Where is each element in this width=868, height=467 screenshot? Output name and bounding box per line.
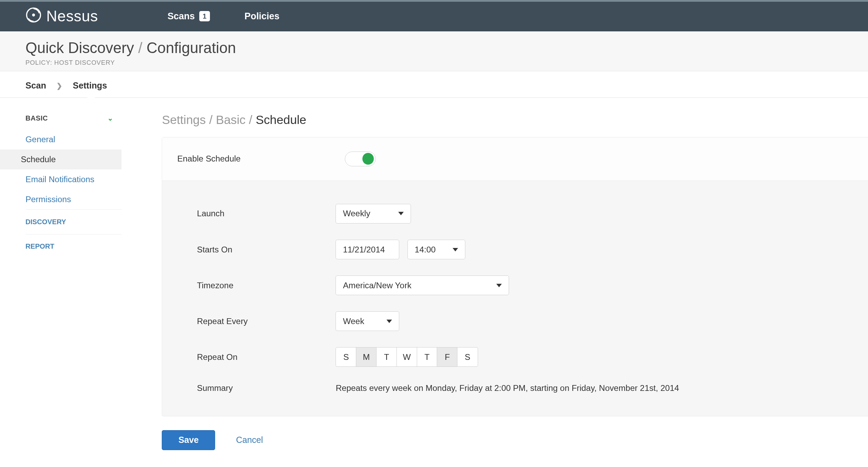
sidebar-group-report[interactable]: REPORT	[25, 234, 121, 259]
starts-on-label: Starts On	[197, 245, 336, 255]
page-title-scan: Quick Discovery	[25, 39, 134, 56]
panel-top: Enable Schedule	[162, 137, 868, 180]
tabs-row: Scan ❯ Settings	[0, 71, 868, 98]
brand-icon	[25, 7, 42, 25]
launch-value: Weekly	[343, 209, 370, 218]
nav-policies[interactable]: Policies	[244, 11, 279, 22]
repeat-every-label: Repeat Every	[197, 316, 336, 326]
dropdown-arrow-icon	[387, 320, 392, 323]
day-thu[interactable]: T	[417, 347, 437, 367]
chevron-down-icon: ⌄	[107, 114, 114, 122]
repeat-every-value: Week	[343, 316, 364, 326]
timezone-value: America/New York	[343, 281, 412, 290]
content-breadcrumb-c: Schedule	[256, 113, 306, 126]
dropdown-arrow-icon	[496, 284, 502, 287]
sidebar-group-discovery[interactable]: DISCOVERY	[25, 209, 121, 234]
tab-scan[interactable]: Scan	[25, 81, 46, 91]
content-breadcrumb: Settings / Basic / Schedule	[162, 113, 868, 127]
summary-text: Repeats every week on Monday, Friday at …	[336, 383, 679, 393]
form-actions: Save Cancel	[162, 430, 868, 450]
timezone-label: Timezone	[197, 281, 336, 290]
svg-point-1	[32, 14, 35, 17]
row-timezone: Timezone America/New York	[197, 268, 868, 303]
day-mon[interactable]: M	[356, 347, 377, 367]
launch-label: Launch	[197, 209, 336, 218]
page-title-section: Configuration	[147, 39, 236, 56]
row-launch: Launch Weekly	[197, 196, 868, 231]
toggle-knob-icon	[362, 153, 374, 165]
repeat-every-select[interactable]: Week	[336, 311, 399, 331]
main: BASIC ⌄ General Schedule Email Notificat…	[0, 98, 868, 467]
repeat-on-label: Repeat On	[197, 352, 336, 362]
tabs-caret-icon	[87, 94, 96, 98]
content-breadcrumb-a: Settings	[162, 113, 205, 126]
top-navbar: Nessus Scans 1 Policies demo	[0, 0, 868, 31]
nav-scans[interactable]: Scans 1	[168, 11, 210, 22]
starts-date-value: 11/21/2014	[343, 245, 385, 255]
chevron-right-icon: ❯	[56, 82, 62, 90]
launch-select[interactable]: Weekly	[336, 204, 411, 224]
content: Settings / Basic / Schedule Enable Sched…	[121, 98, 868, 467]
sidebar-item-schedule[interactable]: Schedule	[0, 149, 121, 169]
day-fri[interactable]: F	[437, 347, 457, 367]
timezone-select[interactable]: America/New York	[336, 276, 509, 295]
sidebar-item-email[interactable]: Email Notifications	[21, 169, 121, 189]
repeat-on-daypicker: S M T W T F S	[336, 347, 478, 367]
save-button[interactable]: Save	[162, 430, 215, 450]
nav-policies-label: Policies	[244, 11, 279, 22]
sidebar-group-basic-label: BASIC	[25, 114, 48, 122]
cancel-button[interactable]: Cancel	[236, 435, 263, 445]
nav-links: Scans 1 Policies	[168, 11, 279, 22]
panel-body: Launch Weekly Starts On 11/21/2014	[162, 181, 868, 416]
starts-on-time-select[interactable]: 14:00	[407, 240, 465, 259]
brand: Nessus	[25, 7, 98, 25]
settings-sidebar: BASIC ⌄ General Schedule Email Notificat…	[0, 98, 121, 258]
sidebar-collapsed-groups: DISCOVERY REPORT	[25, 209, 121, 258]
nav-scans-label: Scans	[168, 11, 195, 22]
row-summary: Summary Repeats every week on Monday, Fr…	[197, 375, 868, 401]
day-wed[interactable]: W	[396, 347, 417, 367]
summary-label: Summary	[197, 383, 336, 393]
day-sat[interactable]: S	[457, 347, 478, 367]
page-title-sep: /	[138, 39, 142, 56]
breadcrumb: Scan ❯ Settings	[25, 81, 868, 91]
brand-text: Nessus	[46, 8, 98, 25]
sidebar-item-general[interactable]: General	[21, 129, 121, 149]
day-tue[interactable]: T	[376, 347, 397, 367]
nav-scans-badge: 1	[199, 11, 210, 21]
content-breadcrumb-b: Basic	[216, 113, 245, 126]
sidebar-basic-items: General Schedule Email Notifications Per…	[21, 129, 121, 210]
sidebar-group-basic[interactable]: BASIC ⌄	[25, 111, 121, 129]
page-title: Quick Discovery / Configuration	[25, 39, 868, 56]
starts-on-date-input[interactable]: 11/21/2014	[336, 240, 399, 259]
day-sun[interactable]: S	[336, 347, 356, 367]
dropdown-arrow-icon	[453, 248, 458, 251]
sidebar-item-permissions[interactable]: Permissions	[21, 189, 121, 209]
row-repeat-every: Repeat Every Week	[197, 303, 868, 339]
row-repeat-on: Repeat On S M T W T F S	[197, 339, 868, 375]
page-header: Quick Discovery / Configuration POLICY: …	[0, 31, 868, 72]
starts-time-value: 14:00	[415, 245, 436, 255]
enable-schedule-toggle[interactable]	[345, 152, 376, 167]
schedule-panel: Enable Schedule Launch Weekly S	[162, 137, 868, 416]
page-subtitle: POLICY: HOST DISCOVERY	[25, 59, 868, 66]
tab-settings[interactable]: Settings	[73, 81, 107, 91]
enable-schedule-label: Enable Schedule	[177, 154, 241, 164]
row-starts-on: Starts On 11/21/2014 14:00	[197, 231, 868, 267]
dropdown-arrow-icon	[398, 212, 404, 215]
